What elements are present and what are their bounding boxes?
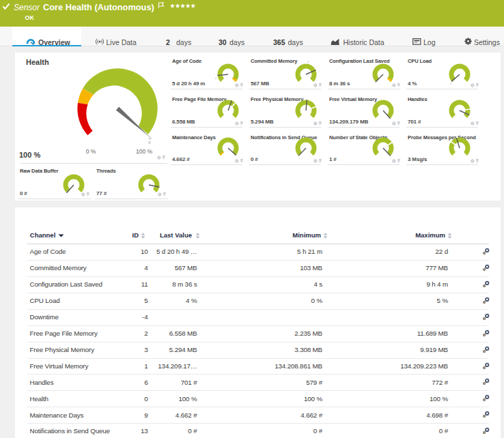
svg-text:x: x: [148, 140, 151, 145]
